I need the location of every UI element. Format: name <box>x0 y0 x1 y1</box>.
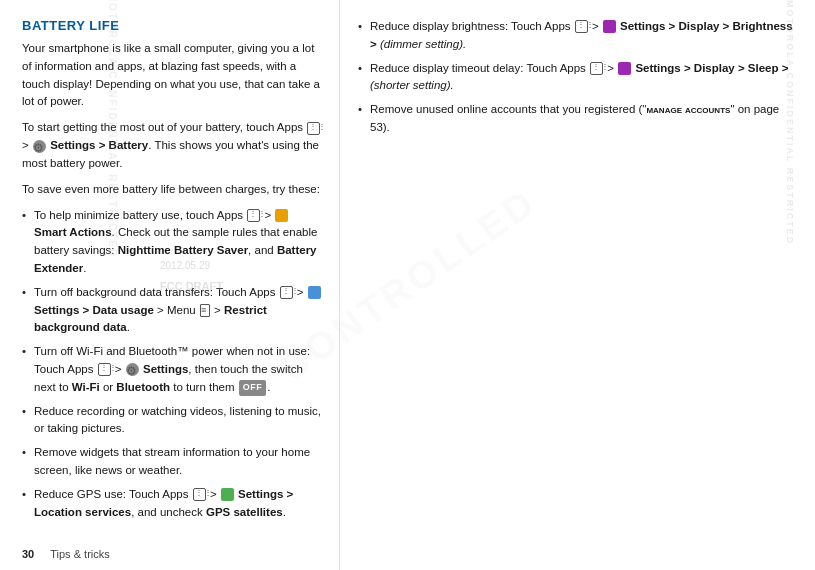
left-column: 2012.05.29 FCC DRAFT BATTERY LIFE Your s… <box>0 0 340 570</box>
apps-icon-3 <box>280 286 293 299</box>
right-column: Reduce display brightness: Touch Apps > … <box>340 0 815 570</box>
data-usage-label: Settings > Data usage <box>34 304 154 316</box>
footer-label: Tips & tricks <box>50 548 110 560</box>
list-item: Reduce display timeout delay: Touch Apps… <box>358 60 797 96</box>
bluetooth-label: Bluetooth <box>116 381 170 393</box>
apps-icon-1 <box>307 122 320 135</box>
list-item: Turn off background data transfers: Touc… <box>22 284 325 337</box>
list-item: To help minimize battery use, touch Apps… <box>22 207 325 278</box>
manage-accounts-label: manage accounts <box>646 103 730 115</box>
page-footer: 30 Tips & tricks <box>22 548 110 560</box>
wifi-label: Wi-Fi <box>72 381 100 393</box>
location-icon <box>221 488 234 501</box>
settings-battery-label: Settings > Battery <box>50 139 148 151</box>
list-item: Remove widgets that stream information t… <box>22 444 325 480</box>
nighttime-label: Nighttime Battery Saver <box>118 244 248 256</box>
section-title: BATTERY LIFE <box>22 18 325 33</box>
list-item: Remove unused online accounts that you r… <box>358 101 797 137</box>
apps-icon-r2 <box>590 62 603 75</box>
apps-icon-r1 <box>575 20 588 33</box>
smart-actions-icon <box>275 209 288 222</box>
apps-icon-2 <box>247 209 260 222</box>
display-icon-2 <box>618 62 631 75</box>
page-number: 30 <box>22 548 34 560</box>
page-container: MOTOROLA CONFIDENTIAL RESTRICTED 2012.05… <box>0 0 815 570</box>
smart-actions-label: Smart Actions <box>34 226 112 238</box>
dimmer-setting: (dimmer setting). <box>380 38 466 50</box>
intro-paragraph-1: Your smartphone is like a small computer… <box>22 40 325 111</box>
apps-icon-4 <box>98 363 111 376</box>
shorter-setting: (shorter setting). <box>370 79 454 91</box>
data-usage-icon <box>308 286 321 299</box>
gps-satellites-label: GPS satellites <box>206 506 283 518</box>
apps-icon-5 <box>193 488 206 501</box>
intro-paragraph-2: To start getting the most out of your ba… <box>22 119 325 172</box>
off-badge: OFF <box>239 380 267 396</box>
menu-icon <box>200 304 210 317</box>
right-bullet-list: Reduce display brightness: Touch Apps > … <box>358 18 797 137</box>
settings-icon-1 <box>33 140 46 153</box>
display-icon-1 <box>603 20 616 33</box>
settings-label-2: Settings <box>143 363 188 375</box>
settings-icon-2 <box>126 363 139 376</box>
list-item: Reduce recording or watching videos, lis… <box>22 403 325 439</box>
settings-display-sleep: Settings > Display > Sleep > <box>635 62 788 74</box>
list-item: Reduce display brightness: Touch Apps > … <box>358 18 797 54</box>
list-item: Turn off Wi-Fi and Bluetooth™ power when… <box>22 343 325 396</box>
list-item: Reduce GPS use: Touch Apps > Settings > … <box>22 486 325 522</box>
left-bullet-list: To help minimize battery use, touch Apps… <box>22 207 325 522</box>
intro-paragraph-3: To save even more battery life between c… <box>22 181 325 199</box>
